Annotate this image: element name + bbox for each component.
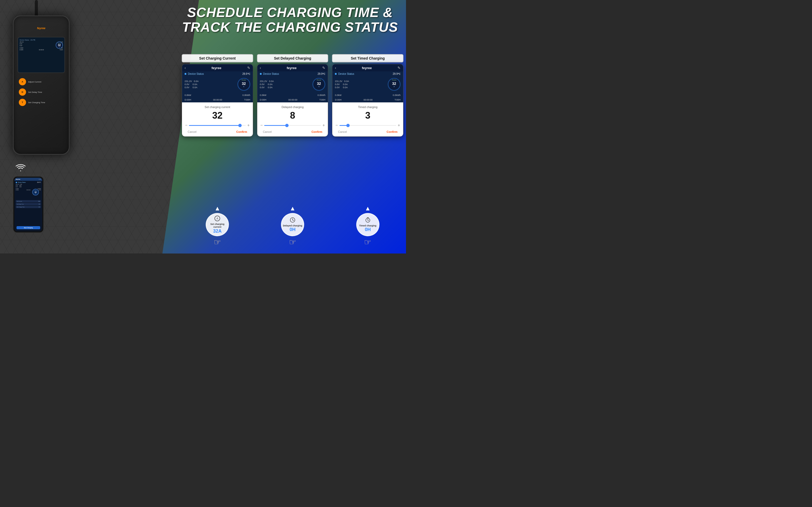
phone-gauge: Ready 32 A [32,189,39,195]
gauge-2: Ready 32 A [312,78,325,91]
app-bottom-1: 0.0kW 0.0kWh [182,93,253,98]
slider-minus-1[interactable]: − [185,123,187,128]
modal-value-3: 3 [335,110,400,121]
data-row-1: 231.2V 0.0A 0.0V 0.0A 0.0V 0.0A Ready 32… [185,78,250,91]
confirm-button-1[interactable]: Confirm [236,130,247,133]
modal-charging-current: Set charging current 32 − + Cancel Confi… [182,102,253,136]
edit-button-2[interactable]: ✎ [322,66,325,70]
device-brand-label: feyree [37,26,45,30]
data-row-3: 231.2V 0.0A 0.0V 0.0A 0.0V 0.0A Ready 32… [335,78,400,91]
phone-header: feyree ≡ ✎ [14,178,42,181]
slider-track-3[interactable] [339,125,396,126]
modal-value-2: 8 [260,110,325,121]
callout-value-2: 0H [290,227,296,232]
app-mock-timed: ‹ feyree ✎ Device Status 29.9℃ 231.2V 0.… [332,64,403,137]
app-header-1: ‹ feyree ✎ [182,64,253,71]
gauge-ready-1: Ready [242,79,246,81]
modal-delayed: Delayed charging 8 − + Cancel Confirm [257,102,328,136]
gauge-value-3: 32 [392,81,396,86]
app-status-bar-2: Device Status 29.9℃ [257,71,328,76]
confirm-button-3[interactable]: Confirm [387,130,397,133]
status-temp-2: 29.9℃ [318,72,325,75]
app-header-3: ‹ feyree ✎ [332,64,403,71]
status-dot-1 [185,73,186,75]
slider-track-2[interactable] [264,125,321,126]
device-screen: Device Status 29.9℃ 231.2V0.0A 0.0V0.0A … [17,37,65,73]
back-button-3[interactable]: ‹ [335,66,336,70]
finger-pointer-3: ☞ [364,237,371,247]
voltage-col-2: 231.2V 0.0A 0.0V 0.0A 0.0V 0.0A [260,80,274,89]
slider-plus-3[interactable]: + [398,123,400,128]
app-data-3: 231.2V 0.0A 0.0V 0.0A 0.0V 0.0A Ready 32… [332,76,403,93]
btn-t-label: Set Charging Time [28,101,45,104]
confirm-button-2[interactable]: Confirm [311,130,322,133]
phone-body: feyree ≡ ✎ Device Status 29.9°C 231.2V 0… [13,176,44,233]
slider-plus-1[interactable]: + [247,123,250,128]
adjust-icon: A [214,215,221,223]
phone-menu: Set Current 32A Set Delay Time 0H Get Ch… [14,200,42,209]
device-screen-inner: Device Status 29.9℃ 231.2V0.0A 0.0V0.0A … [18,38,64,52]
app-bottom-3: 0.0kW 0.0kWh [332,93,403,98]
gauge-unit-1: A [243,86,244,88]
panel-delayed-charging: Set Delayed Charging ‹ feyree ✎ Device S… [257,54,328,137]
status-dot-3 [335,73,337,75]
btn-d-circle: D [19,89,26,96]
data-row-2: 231.2V 0.0A 0.0V 0.0A 0.0V 0.0A Ready 32… [260,78,326,91]
panel-title-timed: Set Timed Charging [332,54,403,62]
cancel-button-3[interactable]: Cancel [338,130,347,133]
panel-title-charging-current: Set Charging Current [182,54,253,62]
modal-actions-2: Cancel Confirm [260,130,325,133]
timer-icon [365,217,371,224]
app-time-row-2: D:00H 00:00:00 T:00H [257,98,328,102]
slider-track-1[interactable] [189,125,246,126]
modal-value-1: 32 [185,110,250,121]
app-title-2: feyree [287,66,297,70]
app-title-3: feyree [362,66,372,70]
cancel-button-1[interactable]: Cancel [188,130,196,133]
status-text-3: Device Status [338,72,354,75]
phone-menu-item-charge-time: Get Charge Time 0H [16,206,41,208]
slider-row-1: − + [185,123,250,128]
slider-fill-2 [264,125,287,126]
phone-start-charging-button[interactable]: Start Charging [16,226,40,229]
status-text-1: Device Status [188,72,204,75]
modal-actions-1: Cancel Confirm [185,130,250,133]
panel-title-delayed: Set Delayed Charging [257,54,328,62]
gauge-3: Ready 32 A [388,78,400,91]
slider-minus-2[interactable]: − [260,123,263,128]
ev-charger-device: feyree Device Status 29.9℃ 231.2V0.0A 0.… [5,8,77,188]
edit-button-1[interactable]: ✎ [247,66,250,70]
delay-icon [290,217,296,224]
modal-title-3: Timed charging [335,106,400,109]
modal-actions-3: Cancel Confirm [335,130,400,133]
phone-stats: Device Status 29.9°C 231.2V 0.0A 0.0V 0.… [14,181,42,192]
up-arrow-2: ▲ [290,205,296,212]
panel-timed-charging: Set Timed Charging ‹ feyree ✎ Device Sta… [332,54,403,137]
app-header-2: ‹ feyree ✎ [257,64,328,71]
slider-row-3: − + [335,123,400,128]
status-temp-3: 29.9℃ [393,72,400,75]
phone-brand: feyree [16,178,20,180]
edit-button-3[interactable]: ✎ [397,66,400,70]
callout-circle-2: Delayed charging 0H [281,213,304,236]
headline-section: SCHEDULE CHARGING TIME & TRACK THE CHARG… [182,5,398,35]
back-button-2[interactable]: ‹ [260,66,261,70]
gauge-unit-2: A [318,86,320,88]
status-dot-2 [260,73,262,75]
slider-row-2: − + [260,123,325,128]
set-delay-button: D Set Delay Time [19,89,64,96]
slider-minus-3[interactable]: − [335,123,338,128]
slider-plus-2[interactable]: + [322,123,325,128]
up-arrow-3: ▲ [365,205,371,212]
panels-container: Set Charging Current ‹ feyree ✎ Device S… [182,54,403,137]
callout-value-3: 0H [365,227,371,232]
up-arrow-1: ▲ [214,205,221,212]
gauge-value-1: 32 [242,81,246,86]
callout-circle-3: Timed charging 0H [356,213,379,236]
status-temp-1: 29.9℃ [242,72,250,75]
back-button-1[interactable]: ‹ [185,66,186,70]
slider-thumb-1 [239,124,242,127]
app-status-bar-3: Device Status 29.9℃ [332,71,403,76]
cancel-button-2[interactable]: Cancel [263,130,272,133]
app-time-row-3: D:00H 00:00:00 T:00H [332,98,403,102]
